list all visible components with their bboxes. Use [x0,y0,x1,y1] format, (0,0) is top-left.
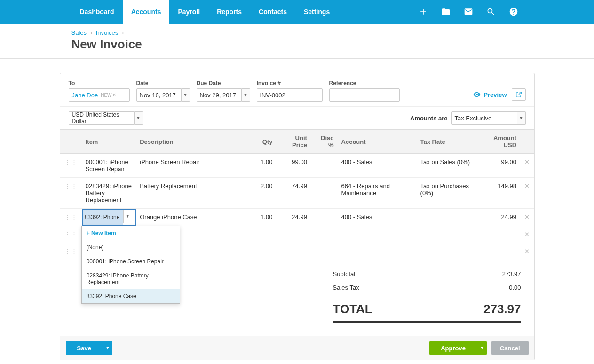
search-icon[interactable] [486,7,496,16]
amounts-are-select[interactable]: Tax Exclusive [451,111,517,125]
due-date-dropdown-button[interactable]: ▼ [242,88,250,102]
date-label: Date [136,80,190,87]
to-label: To [69,80,130,87]
col-amount: Amount USD [476,130,521,154]
delete-row-button[interactable]: ✕ [520,178,534,209]
save-dropdown-button[interactable]: ▼ [103,341,112,355]
drag-handle-icon[interactable]: ⋮⋮ [60,209,82,226]
delete-row-button[interactable]: ✕ [520,243,534,260]
cell-description[interactable]: iPhone Screen Repair [136,154,250,178]
drag-handle-icon[interactable]: ⋮⋮ [60,243,82,260]
cell-tax[interactable]: Tax on Purchases (0%) [417,178,476,209]
cell-disc[interactable] [311,178,338,209]
item-dropdown-menu: + New Item (None) 000001: iPhone Screen … [81,226,180,304]
page-title: New Invoice [71,37,523,52]
nav-payroll[interactable]: Payroll [169,0,208,24]
date-dropdown-button[interactable]: ▼ [182,88,190,102]
cell-qty[interactable]: 1.00 [250,209,277,226]
top-nav: Dashboard Accounts Payroll Reports Conta… [0,0,594,24]
approve-button[interactable]: Approve [429,341,477,355]
item-dropdown-button[interactable]: ▼ [123,210,132,223]
folder-icon[interactable] [441,7,451,16]
cell-unit-price[interactable]: 74.99 [276,178,311,209]
reference-label: Reference [329,80,400,87]
plus-icon[interactable] [419,7,428,16]
open-external-button[interactable] [512,88,526,101]
totals-block: Subtotal 273.97 Sales Tax 0.00 TOTAL 273… [333,269,521,323]
due-date-input[interactable]: Nov 29, 2017 [197,88,242,102]
nav-contacts[interactable]: Contacts [250,0,295,24]
mail-icon[interactable] [464,7,473,16]
col-account: Account [338,130,417,154]
reference-input[interactable] [329,88,400,102]
cell-amount: 149.98 [476,178,521,209]
item-input[interactable] [83,210,123,225]
table-row: ⋮⋮ ▼ + New Item (None) 000001: iPhone Sc… [60,209,534,226]
delete-row-button[interactable]: ✕ [520,209,534,226]
cell-account[interactable]: 664 - Repairs and Maintenance [338,178,417,209]
dropdown-new-item[interactable]: + New Item [82,226,180,240]
drag-handle-icon[interactable]: ⋮⋮ [60,178,82,209]
cell-account[interactable]: 400 - Sales [338,154,417,178]
cell-tax[interactable] [417,209,476,226]
to-new-badge[interactable]: NEW [101,92,116,98]
delete-row-button[interactable]: ✕ [520,154,534,178]
drag-handle-icon[interactable]: ⋮⋮ [60,154,82,178]
due-date-label: Due Date [197,80,250,87]
cell-tax[interactable]: Tax on Sales (0%) [417,154,476,178]
preview-link[interactable]: Preview [473,91,507,98]
col-description: Description [136,130,250,154]
cell-item[interactable]: 000001: iPhone Screen Repair [82,154,136,178]
table-row: ⋮⋮ 000001: iPhone Screen Repair iPhone S… [60,154,534,178]
delete-row-button[interactable]: ✕ [520,226,534,243]
breadcrumb-sales[interactable]: Sales [71,29,87,36]
panel-footer: Save ▼ Approve ▼ Cancel [60,336,534,360]
cell-description[interactable]: Battery Replacement [136,178,250,209]
total-label: TOTAL [333,302,372,317]
dropdown-option-none[interactable]: (None) [82,240,180,254]
cell-qty[interactable]: 1.00 [250,154,277,178]
cell-item[interactable]: 0283429: iPhone Battery Replacement [82,178,136,209]
col-disc: Disc % [311,130,338,154]
cancel-button[interactable]: Cancel [491,341,529,355]
nav-reports[interactable]: Reports [208,0,250,24]
col-qty: Qty [250,130,277,154]
help-icon[interactable] [509,7,518,16]
dropdown-option[interactable]: 0283429: iPhone Battery Replacement [82,269,180,289]
invoice-number-label: Invoice # [257,80,323,87]
dropdown-option[interactable]: 000001: iPhone Screen Repair [82,254,180,269]
col-item: Item [82,130,136,154]
preview-text: Preview [483,91,507,98]
eye-icon [473,91,481,98]
breadcrumb: Sales › Invoices › [71,29,523,36]
external-icon [515,91,522,98]
cell-account[interactable]: 400 - Sales [338,209,417,226]
drag-handle-icon[interactable]: ⋮⋮ [60,226,82,243]
sales-tax-value: 0.00 [509,284,521,291]
cell-unit-price[interactable]: 99.00 [276,154,311,178]
cell-qty[interactable]: 2.00 [250,178,277,209]
cell-disc[interactable] [311,209,338,226]
cell-disc[interactable] [311,154,338,178]
nav-dashboard[interactable]: Dashboard [71,0,123,24]
cell-amount: 99.00 [476,154,521,178]
breadcrumb-invoices[interactable]: Invoices [96,29,119,36]
currency-select[interactable]: USD United States Dollar [69,111,135,125]
nav-settings[interactable]: Settings [295,0,338,24]
cell-unit-price[interactable]: 24.99 [276,209,311,226]
to-input[interactable]: Jane Doe NEW [69,88,130,102]
amounts-are-label: Amounts are [410,115,447,122]
currency-dropdown-button[interactable]: ▼ [135,111,143,125]
item-combobox-editing[interactable]: ▼ [82,209,136,226]
approve-dropdown-button[interactable]: ▼ [477,341,487,355]
save-button[interactable]: Save [66,341,103,355]
cell-description[interactable]: Orange iPhone Case [136,209,250,226]
table-row: ⋮⋮ 0283429: iPhone Battery Replacement B… [60,178,534,209]
amounts-are-dropdown-button[interactable]: ▼ [517,111,526,125]
invoice-number-input[interactable]: INV-0002 [257,88,323,102]
sales-tax-label: Sales Tax [333,284,359,291]
to-value: Jane Doe [72,92,98,99]
date-input[interactable]: Nov 16, 2017 [136,88,182,102]
nav-accounts[interactable]: Accounts [123,0,170,24]
dropdown-option-highlighted[interactable]: 83392: Phone Case [82,289,180,303]
